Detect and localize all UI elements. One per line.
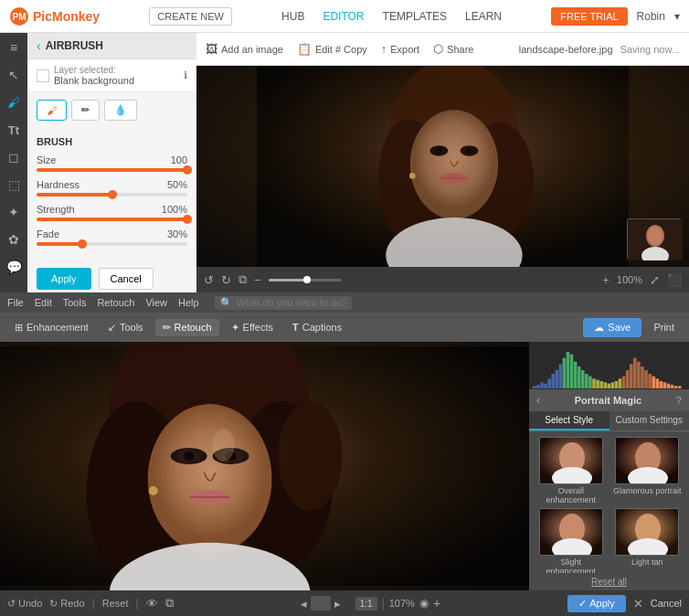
zoom-slider[interactable]: [269, 279, 596, 281]
share-tool[interactable]: ⬡ Share: [433, 42, 473, 56]
free-trial-button[interactable]: FREE TRIAL: [551, 7, 627, 26]
layers-icon[interactable]: ⧉: [238, 272, 247, 287]
svg-point-6: [410, 110, 498, 219]
tools-icon: ↙: [108, 322, 116, 334]
fit-screen-icon[interactable]: ⤢: [650, 273, 660, 287]
airbrush-panel: ‹ AIRBRUSH Layer selected: Blank backgro…: [27, 33, 196, 292]
menu-edit[interactable]: Edit: [35, 297, 52, 308]
color-pick-button[interactable]: 💧: [104, 100, 137, 121]
share-label: Share: [447, 44, 473, 55]
svg-rect-45: [567, 352, 570, 388]
save-button[interactable]: ☁ Save: [583, 318, 641, 337]
captions-tool[interactable]: T Captions: [285, 319, 349, 335]
menu-view[interactable]: View: [145, 297, 167, 308]
menu-help[interactable]: Help: [178, 297, 199, 308]
preset-light-tan[interactable]: Light tan: [611, 508, 684, 573]
zoom-percent-top: 100%: [617, 274, 642, 285]
nav-learn[interactable]: LEARN: [465, 10, 502, 23]
undo-button[interactable]: ↺ Undo: [7, 598, 42, 610]
nav-editor[interactable]: EDITOR: [323, 10, 364, 23]
search-input[interactable]: [237, 297, 346, 308]
select-style-tab[interactable]: Select Style: [529, 411, 610, 430]
nav-hub[interactable]: HUB: [281, 10, 304, 23]
print-button[interactable]: Print: [646, 318, 682, 336]
sidebar-speech-icon[interactable]: 💬: [4, 257, 24, 277]
reset-all-link[interactable]: Reset all: [529, 573, 689, 590]
user-dropdown-icon[interactable]: ▾: [674, 10, 680, 23]
layer-info: Layer selected: Blank background ℹ: [27, 59, 196, 92]
size-thumb[interactable]: [183, 165, 192, 175]
eye-icon[interactable]: 👁: [146, 597, 158, 611]
strength-thumb[interactable]: [183, 215, 192, 224]
effects-tool[interactable]: ✦ Effects: [224, 319, 281, 336]
zoom-plus-icon[interactable]: +: [602, 273, 610, 287]
sidebar-frame-icon[interactable]: ⬚: [4, 175, 24, 195]
effects-icon: ✦: [231, 322, 239, 334]
nav-templates[interactable]: TEMPLATES: [383, 10, 447, 23]
canvas-toolbar-top: 🖼 Add an image 📋 Edit # Copy ↑ Export ⬡ …: [196, 33, 689, 66]
image-nav-center[interactable]: [311, 596, 331, 611]
sidebar-settings-icon[interactable]: ≡: [4, 37, 24, 58]
export-tool[interactable]: ↑ Export: [381, 42, 419, 56]
svg-rect-41: [551, 374, 555, 388]
sidebar-retouch-icon[interactable]: ✿: [4, 229, 24, 250]
add-image-tool[interactable]: 🖼 Add an image: [206, 42, 283, 56]
svg-point-33: [149, 486, 158, 495]
sidebar-effects-icon[interactable]: ✦: [4, 202, 24, 222]
retouch-tool[interactable]: ✏ Retouch: [155, 319, 219, 336]
canvas-main-top[interactable]: [196, 66, 689, 267]
zoom-ratio-button[interactable]: 1:1: [355, 597, 377, 611]
redo-button[interactable]: ↻ Redo: [49, 598, 84, 610]
back-arrow-icon[interactable]: ‹: [37, 38, 41, 53]
user-name[interactable]: Robin: [637, 10, 665, 23]
tools-tool[interactable]: ↙ Tools: [101, 319, 151, 336]
erase-brush-button[interactable]: ✏: [71, 100, 100, 121]
zoom-in-button[interactable]: +: [433, 596, 440, 611]
next-image-button[interactable]: ▸: [334, 597, 341, 611]
preset-slight[interactable]: Slight enhancement: [535, 508, 608, 573]
check-icon: ✓: [578, 598, 587, 610]
menu-tools[interactable]: Tools: [63, 297, 87, 308]
preset-overall[interactable]: Overall enhancement: [535, 437, 608, 504]
pm-help-icon[interactable]: ?: [676, 395, 682, 406]
enhancement-tool[interactable]: ⊞ Enhancement: [7, 319, 96, 336]
paint-brush-button[interactable]: 🖌: [37, 100, 67, 121]
apply-footer-button[interactable]: ✓ Apply: [567, 595, 626, 612]
svg-rect-73: [671, 385, 674, 388]
cancel-button[interactable]: Cancel: [99, 268, 154, 290]
redo-top-icon[interactable]: ↻: [221, 273, 231, 287]
sidebar-text-icon[interactable]: Tt: [4, 120, 24, 140]
menu-retouch[interactable]: Retouch: [97, 297, 134, 308]
compare-icon[interactable]: ⧉: [165, 596, 174, 611]
captions-icon: T: [292, 322, 299, 333]
custom-settings-tab[interactable]: Custom Settings: [610, 411, 690, 430]
edit-copy-tool[interactable]: 📋 Edit # Copy: [297, 42, 367, 56]
fade-thumb[interactable]: [78, 239, 87, 249]
sidebar-shape-icon[interactable]: ◻: [4, 147, 24, 167]
info-icon[interactable]: ℹ: [184, 69, 187, 81]
prev-image-button[interactable]: ◂: [301, 597, 307, 611]
zoom-thumb[interactable]: [303, 276, 311, 283]
footer-x-icon[interactable]: ✕: [633, 597, 643, 611]
bottom-canvas[interactable]: [0, 342, 529, 590]
preset-thumb-glamorous: [615, 437, 679, 484]
hardness-thumb[interactable]: [108, 190, 117, 199]
undo-top-icon[interactable]: ↺: [204, 273, 214, 287]
zoom-minus-icon[interactable]: −: [254, 273, 261, 287]
sidebar-paint-icon[interactable]: 🖌: [4, 92, 24, 112]
panel-buttons: Apply Cancel: [27, 260, 196, 292]
create-new-button[interactable]: CREATE NEW: [149, 7, 232, 26]
fullscreen-icon[interactable]: ⬛: [667, 273, 682, 287]
reset-button[interactable]: Reset: [102, 598, 129, 609]
pm-collapse-icon[interactable]: ‹: [536, 394, 540, 407]
sidebar-cursor-icon[interactable]: ↖: [4, 65, 24, 85]
layer-checkbox[interactable]: [37, 69, 49, 82]
svg-point-17: [648, 227, 662, 245]
svg-rect-57: [611, 382, 615, 388]
preset-img-glamorous: [616, 438, 679, 484]
preset-img-overall: [540, 438, 603, 484]
preset-glamorous[interactable]: Glamorous portrait: [611, 437, 684, 504]
menu-file[interactable]: File: [7, 297, 24, 308]
cancel-footer-button[interactable]: Cancel: [651, 598, 682, 609]
apply-button[interactable]: Apply: [37, 268, 91, 290]
